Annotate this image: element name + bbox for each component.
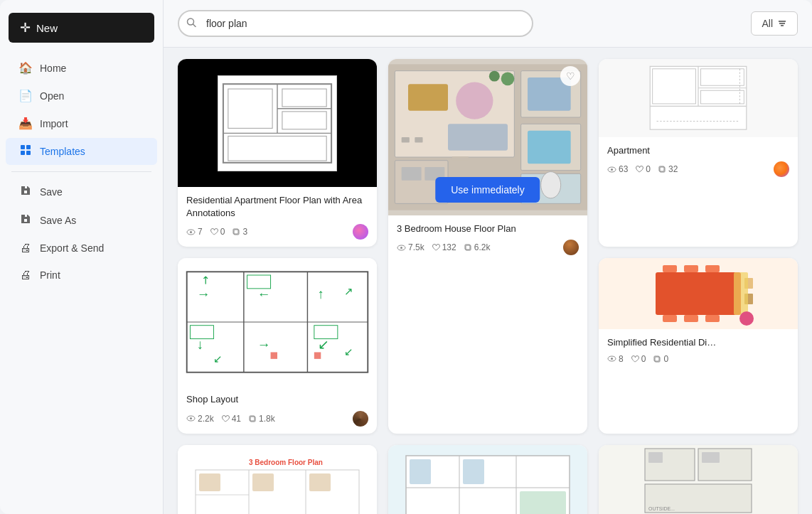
- svg-rect-3: [26, 151, 31, 155]
- svg-point-33: [489, 71, 500, 82]
- svg-point-18: [190, 231, 192, 233]
- card-house-info: 3 Bedroom House Floor Plan 7.5k 132 6.2k: [388, 215, 587, 262]
- svg-rect-115: [702, 452, 720, 463]
- house-likes: 132: [432, 242, 456, 252]
- shop-copies: 1.8k: [248, 414, 275, 424]
- svg-rect-27: [408, 84, 448, 110]
- svg-rect-0: [21, 145, 25, 149]
- card-residential-apt-thumb: [178, 59, 377, 187]
- svg-rect-70: [314, 353, 321, 359]
- apt-plan-preview: [218, 75, 337, 171]
- card-residential-apt-info: Residential Apartment Floor Plan with Ar…: [178, 187, 377, 247]
- sidebar-divider: [11, 171, 151, 172]
- card-residential-apt-meta: 7 0 3: [186, 224, 368, 240]
- sidebar-item-templates[interactable]: Templates: [6, 138, 157, 165]
- card-residential-apt-title: Residential Apartment Floor Plan with Ar…: [186, 194, 368, 220]
- apt-views: 63: [607, 164, 628, 174]
- svg-rect-101: [252, 473, 274, 491]
- svg-rect-85: [684, 315, 698, 322]
- card-residential-apt[interactable]: Residential Apartment Floor Plan with Ar…: [178, 59, 377, 247]
- sidebar-item-export[interactable]: 🖨 Export & Send: [6, 235, 157, 261]
- svg-rect-83: [705, 265, 720, 272]
- sidebar: ✛ New 🏠 Home 📄 Open 📥 Import Templates S…: [0, 0, 164, 514]
- sidebar-item-import[interactable]: 📥 Import: [6, 110, 157, 136]
- svg-rect-2: [21, 151, 25, 155]
- save-icon: [18, 185, 33, 199]
- filter-all-label: All: [762, 18, 773, 29]
- sidebar-item-save[interactable]: Save: [6, 178, 157, 205]
- new-button[interactable]: ✛ New: [9, 13, 154, 43]
- svg-text:3 Bedroom Floor Plan: 3 Bedroom Floor Plan: [249, 459, 323, 466]
- house-views: 7.5k: [397, 242, 424, 252]
- card-house-title: 3 Bedroom House Floor Plan: [397, 223, 579, 235]
- svg-point-28: [456, 82, 493, 119]
- card-house-thumb: ♡ Use immediately: [388, 59, 587, 215]
- cards-grid: Residential Apartment Floor Plan with Ar…: [164, 48, 812, 514]
- svg-text:→: →: [197, 287, 210, 301]
- svg-rect-86: [705, 315, 720, 322]
- sidebar-item-print[interactable]: 🖨 Print: [6, 262, 157, 288]
- filter-button[interactable]: All: [751, 11, 798, 36]
- card-dining-info: Simplified Residential Dining Room Layou…: [599, 329, 798, 370]
- sidebar-item-home[interactable]: 🏠 Home: [6, 55, 157, 81]
- card-3bed-bottom[interactable]: 3 Bedroom Floor Plan: [178, 445, 377, 514]
- search-input[interactable]: [178, 10, 533, 37]
- svg-rect-89: [734, 272, 748, 315]
- card-apartment-top[interactable]: Apartment 63 0 32: [599, 59, 798, 247]
- likes-count: 0: [210, 227, 225, 237]
- apt-copies: 32: [658, 164, 678, 174]
- svg-rect-84: [663, 315, 677, 322]
- card-shop-layout[interactable]: → ← ↑ ↓ → ↙ ↗ ↙ ↗ ↙: [178, 258, 377, 433]
- sidebar-item-templates-label: Templates: [40, 146, 85, 157]
- sidebar-item-export-label: Export & Send: [40, 242, 104, 254]
- card-house-floor-plan[interactable]: ♡ Use immediately 3 Bedroom House Floor …: [388, 59, 587, 434]
- svg-text:OUTSIDE...: OUTSIDE...: [648, 506, 675, 511]
- apt-avatar: [774, 161, 789, 177]
- svg-rect-100: [199, 473, 220, 491]
- shop-views: 2.2k: [186, 414, 214, 424]
- svg-rect-39: [452, 156, 469, 161]
- search-bar-row: All: [164, 0, 812, 48]
- card-dining-room[interactable]: Simplified Residential Dining Room Layou…: [599, 258, 798, 433]
- svg-rect-81: [663, 265, 677, 272]
- svg-rect-35: [528, 131, 571, 164]
- card-floor-partial-thumb: [388, 445, 587, 514]
- svg-point-90: [739, 311, 754, 326]
- card-floor-partial[interactable]: [388, 445, 587, 514]
- svg-point-92: [611, 358, 613, 360]
- card-3bed-bottom-thumb: 3 Bedroom Floor Plan: [178, 445, 377, 514]
- svg-rect-30: [402, 137, 410, 142]
- search-wrapper: [178, 10, 533, 37]
- card-apartment-top-meta: 63 0 32: [607, 161, 789, 177]
- svg-point-41: [400, 247, 402, 249]
- sidebar-item-save-label: Save: [40, 186, 63, 198]
- svg-text:→: →: [257, 337, 271, 352]
- use-immediately-button[interactable]: Use immediately: [435, 177, 540, 203]
- svg-rect-13: [228, 89, 272, 128]
- house-avatar: [563, 240, 579, 255]
- card-residential-apt-avatar: [353, 224, 368, 240]
- sidebar-item-home-label: Home: [40, 63, 66, 74]
- svg-rect-31: [415, 137, 422, 142]
- shop-avatar: [353, 411, 368, 427]
- favorite-button[interactable]: ♡: [560, 66, 580, 86]
- card-shop-thumb: → ← ↑ ↓ → ↙ ↗ ↙ ↗ ↙: [178, 258, 377, 386]
- svg-text:↙: ↙: [213, 353, 223, 365]
- open-icon: 📄: [18, 89, 33, 102]
- shop-likes: 41: [221, 414, 241, 424]
- svg-rect-71: [271, 353, 277, 359]
- sidebar-item-save-as[interactable]: Save As: [6, 207, 157, 234]
- sidebar-item-save-as-label: Save As: [40, 215, 76, 226]
- card-shop-title: Shop Layout: [186, 393, 368, 406]
- card-dining-title: Simplified Residential Dining Room Layou…: [607, 336, 721, 349]
- sidebar-item-open[interactable]: 📄 Open: [6, 82, 157, 109]
- apt-likes: 0: [635, 164, 651, 174]
- svg-text:↙: ↙: [344, 346, 353, 358]
- svg-rect-82: [684, 265, 698, 272]
- import-icon: 📥: [18, 117, 33, 130]
- svg-text:↑: ↑: [318, 287, 324, 301]
- card-science-thumb: OUTSIDE...: [599, 445, 798, 514]
- card-science-house[interactable]: OUTSIDE... Science House Plan 138 1: [599, 445, 798, 514]
- card-apartment-top-title: Apartment: [607, 144, 721, 157]
- svg-rect-109: [520, 491, 566, 514]
